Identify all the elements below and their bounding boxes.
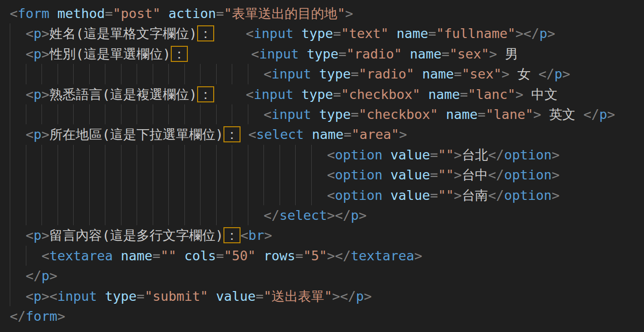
- code-line-1[interactable]: <form method="post" action="表單送出的目的地">: [10, 3, 644, 23]
- token-punctuation: =: [460, 87, 468, 102]
- token-attribute-value: "表單送出的目的地": [224, 6, 345, 21]
- code-line-2[interactable]: <p>姓名(這是單格文字欄位)： <input type="text" name…: [10, 23, 644, 43]
- unicode-highlight-box: ：: [197, 86, 214, 102]
- token-attribute-name: type: [311, 66, 351, 81]
- code-text: <p>姓名(這是單格文字欄位)： <input type="text" name…: [26, 23, 555, 43]
- token-attribute-value: "": [438, 188, 454, 203]
- token-tag-name: p: [34, 87, 41, 102]
- token-punctuation: >: [552, 147, 560, 162]
- token-punctuation: </: [10, 309, 26, 324]
- token-punctuation: =: [343, 127, 351, 142]
- indent-guides: [10, 225, 26, 245]
- token-attribute-name: type: [97, 289, 137, 304]
- code-line-11[interactable]: </select></p>: [10, 205, 644, 225]
- code-text: <option value="">台中</option>: [327, 165, 560, 185]
- token-punctuation: <: [263, 107, 271, 122]
- token-punctuation: =: [430, 188, 438, 203]
- token-tag-name: p: [34, 46, 41, 61]
- token-punctuation: =: [105, 6, 113, 21]
- token-attribute-value: "": [161, 248, 177, 263]
- code-editor[interactable]: <form method="post" action="表單送出的目的地"><p…: [0, 0, 644, 327]
- token-punctuation: </: [539, 66, 555, 81]
- indent-guides: [10, 124, 26, 144]
- code-line-16[interactable]: </form>: [10, 306, 644, 326]
- token-attribute-name: value: [382, 167, 430, 182]
- token-tag-name: p: [554, 66, 562, 81]
- token-tag-name: input: [254, 87, 293, 102]
- code-line-3[interactable]: <p>性別(這是單選欄位)： <input type="radio" name=…: [10, 44, 644, 64]
- code-text: <option value="">台北</option>: [327, 145, 560, 165]
- token-punctuation: >: [264, 228, 272, 243]
- token-punctuation: >: [547, 26, 555, 41]
- token-tag-name: textarea: [49, 248, 113, 263]
- code-text: <option value="">台南</option>: [327, 185, 560, 205]
- token-tag-name: input: [58, 289, 97, 304]
- code-line-4[interactable]: <input type="radio" name="sex"> 女 </p>: [10, 64, 644, 84]
- token-attribute-value: "": [438, 167, 454, 182]
- token-attribute-value: "sex": [449, 46, 489, 61]
- token-punctuation: >: [41, 127, 49, 142]
- token-punctuation: >: [533, 107, 541, 122]
- token-punctuation: </: [263, 208, 280, 223]
- token-tag-name: select: [280, 208, 327, 223]
- code-line-13[interactable]: <textarea name="" cols="50" rows="5"></t…: [10, 246, 644, 266]
- indent-guides: [10, 145, 327, 165]
- indent-guides: [10, 246, 41, 266]
- token-attribute-name: value: [208, 289, 256, 304]
- token-punctuation: >: [41, 87, 49, 102]
- token-tag-name: option: [335, 188, 382, 203]
- token-punctuation: >: [364, 289, 372, 304]
- code-line-10[interactable]: <option value="">台南</option>: [10, 185, 644, 205]
- token-attribute-name: name: [438, 107, 478, 122]
- token-text-content: 男: [497, 46, 518, 61]
- code-line-9[interactable]: <option value="">台中</option>: [10, 165, 644, 185]
- token-attribute-value: "lane": [485, 107, 533, 122]
- unicode-highlight-box: ：: [197, 25, 214, 41]
- token-punctuation: >: [41, 228, 49, 243]
- code-line-8[interactable]: <option value="">台北</option>: [10, 145, 644, 165]
- token-punctuation: >: [41, 26, 49, 41]
- token-punctuation: >: [454, 147, 462, 162]
- indent-guides: [10, 266, 26, 286]
- indent-guides: [10, 104, 263, 124]
- code-text: <p><input type="submit" value="送出表單"></p…: [26, 286, 372, 306]
- token-punctuation: =: [137, 289, 144, 304]
- token-punctuation: <: [26, 87, 34, 102]
- token-tag-name: option: [504, 167, 552, 182]
- code-line-5[interactable]: <p>熟悉語言(這是複選欄位)： <input type="checkbox" …: [10, 84, 644, 104]
- token-punctuation: =: [430, 167, 438, 182]
- token-punctuation: >: [41, 46, 49, 61]
- token-punctuation: =: [428, 26, 436, 41]
- token-punctuation: >: [399, 127, 407, 142]
- token-punctuation: </: [488, 147, 504, 162]
- token-punctuation: ></: [327, 208, 351, 223]
- code-line-6[interactable]: <input type="checkbox" name="lane"> 英文 <…: [10, 104, 644, 124]
- code-line-7[interactable]: <p>所在地區(這是下拉選單欄位)： <select name="area">: [10, 124, 644, 144]
- code-line-12[interactable]: <p>留言內容(這是多行文字欄位)：<br>: [10, 225, 644, 245]
- token-attribute-value: "sex": [462, 66, 502, 81]
- token-attribute-value: "fullname": [436, 26, 516, 41]
- unicode-highlight-box: ：: [223, 227, 241, 243]
- code-text: </form>: [10, 306, 65, 326]
- token-punctuation: <: [26, 46, 34, 61]
- token-tag-name: p: [34, 127, 41, 142]
- code-line-15[interactable]: <p><input type="submit" value="送出表單"></p…: [10, 286, 644, 306]
- token-punctuation: >: [454, 188, 462, 203]
- token-attribute-value: "post": [113, 6, 161, 21]
- token-punctuation: </: [488, 167, 504, 182]
- token-attribute-name: name: [414, 66, 454, 81]
- token-attribute-value: "radio": [359, 66, 414, 81]
- token-punctuation: >: [345, 6, 353, 21]
- token-punctuation: <: [251, 46, 259, 61]
- token-attribute-value: "5": [303, 248, 327, 263]
- code-line-14[interactable]: </p>: [10, 266, 644, 286]
- token-tag-name: form: [18, 6, 49, 21]
- token-tag-name: input: [271, 66, 311, 81]
- token-punctuation: =: [333, 26, 341, 41]
- token-punctuation: =: [295, 248, 303, 263]
- token-punctuation: ></: [327, 248, 351, 263]
- token-attribute-name: method: [49, 6, 105, 21]
- token-punctuation: <: [246, 87, 254, 102]
- token-punctuation: <: [248, 127, 256, 142]
- token-tag-name: option: [504, 188, 552, 203]
